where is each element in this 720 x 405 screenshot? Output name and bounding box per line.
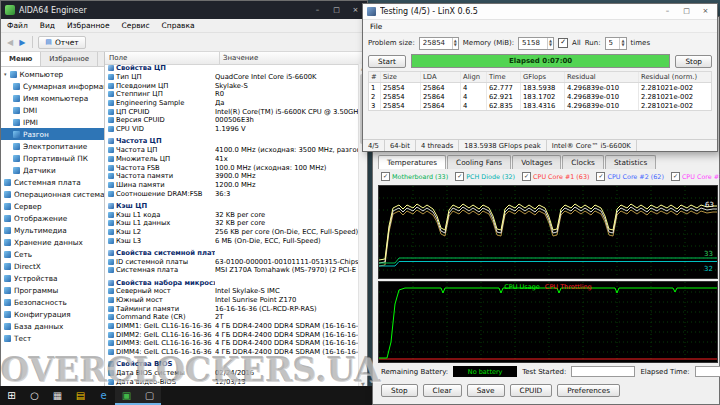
sidebar-item[interactable]: Тест xyxy=(1,332,104,344)
sensor-tab[interactable]: Cooling Fans xyxy=(447,155,511,169)
table-row[interactable]: Северный мост Intel Skylake-S IMC xyxy=(105,287,359,296)
sensor-legend-item[interactable]: ✓ PCH Diode (32) xyxy=(455,172,515,181)
result-row[interactable]: 3 25854 25864 4 62.835 183.4316 4.296839… xyxy=(369,101,711,110)
table-row[interactable]: Engineering Sample Да xyxy=(105,99,359,108)
sidebar-item[interactable]: DirectX xyxy=(1,260,104,272)
all-checkbox[interactable]: ✓ xyxy=(558,38,568,48)
sidebar-item[interactable]: Электропитание xyxy=(1,140,104,152)
table-row[interactable]: Кэш L2 256 KB per core (On-Die, ECC, Ful… xyxy=(105,228,359,237)
menu-item[interactable]: File xyxy=(363,22,389,31)
sidebar-item[interactable]: Безопасность xyxy=(1,296,104,308)
table-row[interactable]: Кэш L1 кода 32 KB per core xyxy=(105,210,359,219)
sensor-tab[interactable]: Voltages xyxy=(512,155,561,169)
run-spinner[interactable]: 5 ▲▼ xyxy=(605,37,627,50)
table-row[interactable]: CPU VID 1.1996 V xyxy=(105,125,359,134)
legend-checkbox[interactable]: ✓ xyxy=(522,172,531,181)
aida64-titlebar[interactable]: AIDA64 Engineer – □ × xyxy=(1,1,367,19)
table-row[interactable]: Тайминги памяти 16-16-16-36 (CL-RCD-RP-R… xyxy=(105,304,359,313)
maximize-icon[interactable]: □ xyxy=(329,1,344,19)
sidebar-item[interactable]: Компьютер xyxy=(1,68,104,80)
legend-checkbox[interactable]: ✓ xyxy=(381,172,390,181)
sidebar-item[interactable]: База данных xyxy=(1,320,104,332)
sidebar-item[interactable]: Разгон xyxy=(1,128,104,140)
menu-item[interactable]: Справка xyxy=(156,21,201,30)
spinner-arrows-icon[interactable]: ▲▼ xyxy=(547,38,553,49)
sidebar-item[interactable]: DMI xyxy=(1,104,104,116)
menu-item[interactable]: Избранное xyxy=(61,21,116,30)
stability-button[interactable]: Preferences xyxy=(557,384,620,397)
sidebar-item[interactable]: IPMI xyxy=(1,116,104,128)
table-row[interactable]: Соотношение DRAM:FSB 36:3 xyxy=(105,189,359,198)
table-row[interactable]: DIMM1: GeIL CL16-16-16-36 4 ГБ DDR4-2400… xyxy=(105,322,359,331)
sidebar-item[interactable]: Программы xyxy=(1,284,104,296)
table-row[interactable]: Псевдоним ЦП Skylake-S xyxy=(105,81,359,90)
table-row[interactable]: DIMM3: GeIL CL16-16-16-36 4 ГБ DDR4-2400… xyxy=(105,339,359,348)
table-row[interactable]: Свойства системной платы xyxy=(105,249,359,258)
sensor-legend-item[interactable]: ✓ CPU Core #2 (62) xyxy=(596,172,663,181)
table-row[interactable]: Кэш ЦП xyxy=(105,202,359,211)
legend-checkbox[interactable]: ✓ xyxy=(455,172,464,181)
start-button[interactable]: Start xyxy=(368,55,406,68)
table-row[interactable]: Кэш L3 6 МБ (On-Die, ECC, Full-Speed) xyxy=(105,236,359,245)
maximize-icon[interactable]: □ xyxy=(679,4,694,19)
legend-checkbox[interactable]: ✓ xyxy=(671,172,680,181)
problem-size-spinner[interactable]: 25854 ▲▼ xyxy=(419,37,459,50)
sensor-tab[interactable]: Temperatures xyxy=(378,155,446,169)
sidebar-tab[interactable]: Меню xyxy=(1,52,41,66)
sidebar-item[interactable]: Сервер xyxy=(1,200,104,212)
table-row[interactable]: Частота памяти 3900.0 MHz xyxy=(105,172,359,181)
stability-button[interactable]: CPUID xyxy=(510,384,553,397)
stop-button[interactable]: Stop xyxy=(675,55,712,68)
table-row[interactable]: DIMM2: GeIL CL16-16-16-36 4 ГБ DDR4-2400… xyxy=(105,330,359,339)
sidebar-item[interactable]: Имя компьютера xyxy=(1,92,104,104)
close-icon[interactable]: × xyxy=(348,1,363,19)
forward-arrow-icon[interactable]: ▶ xyxy=(17,38,27,47)
minimize-icon[interactable]: – xyxy=(310,1,325,19)
linx-titlebar[interactable]: Testing (4/5) - LinX 0.6.5 – □ × xyxy=(363,4,717,20)
sidebar-item[interactable]: Датчики xyxy=(1,164,104,176)
table-row[interactable]: Частота ЦП xyxy=(105,137,359,146)
table-row[interactable]: Шина памяти 1200.0 MHz xyxy=(105,181,359,190)
table-row[interactable]: ЦП CPUID Intel(R) Core(TM) i5-6600K CPU … xyxy=(105,107,359,116)
table-row[interactable]: ID системной платы 63-0100-000001-001011… xyxy=(105,257,359,266)
result-row[interactable]: 2 25854 25864 4 62.921 183.1702 4.296839… xyxy=(369,92,711,101)
sensor-tab[interactable]: Statistics xyxy=(605,155,656,169)
table-row[interactable]: Command Rate (CR) 2T xyxy=(105,313,359,322)
menu-item[interactable]: Файл xyxy=(1,21,34,30)
stability-button[interactable]: Clear xyxy=(423,384,462,397)
legend-checkbox[interactable]: ✓ xyxy=(596,172,605,181)
table-row[interactable]: Частота ЦП 4100.0 MHz (исходная: 3500 MH… xyxy=(105,146,359,155)
menu-item[interactable]: Сервис xyxy=(116,21,156,30)
minimize-icon[interactable]: – xyxy=(660,4,675,19)
table-row[interactable]: Степпинг ЦП R0 xyxy=(105,90,359,99)
stability-button[interactable]: Stop xyxy=(381,384,418,397)
sidebar-item[interactable]: Конфигурация xyxy=(1,308,104,320)
table-row[interactable]: Свойства набора микросхем xyxy=(105,278,359,287)
spinner-arrows-icon[interactable]: ▲▼ xyxy=(452,38,458,49)
memory-spinner[interactable]: 5158 ▲▼ xyxy=(518,37,554,50)
sidebar-item[interactable]: Портативный ПК xyxy=(1,152,104,164)
table-row[interactable]: Множитель ЦП 41x xyxy=(105,154,359,163)
sidebar-item[interactable]: Сеть xyxy=(1,248,104,260)
sidebar-tab[interactable]: Избранное xyxy=(41,52,98,66)
table-row[interactable]: Свойства ЦП xyxy=(105,64,359,73)
sensor-tab[interactable]: Clocks xyxy=(562,155,604,169)
close-icon[interactable]: × xyxy=(698,4,713,19)
back-arrow-icon[interactable]: ◀ xyxy=(5,38,15,47)
sensor-legend-item[interactable]: ✓ Motherboard (33) xyxy=(381,172,448,181)
sidebar-item[interactable]: Устройства xyxy=(1,272,104,284)
table-row[interactable]: Южный мост Intel Sunrise Point Z170 xyxy=(105,296,359,305)
table-row[interactable]: Частота FSB 100.0 MHz (исходная: 100 MHz… xyxy=(105,163,359,172)
sidebar-item[interactable]: Хранение данных xyxy=(1,236,104,248)
spinner-arrows-icon[interactable]: ▲▼ xyxy=(619,38,625,49)
sidebar-item[interactable]: Системная плата xyxy=(1,176,104,188)
table-row[interactable]: Кэш L1 данных 32 KB per core xyxy=(105,219,359,228)
stability-button[interactable]: Save xyxy=(467,384,505,397)
table-row[interactable]: Тип ЦП QuadCore Intel Core i5-6600K xyxy=(105,73,359,82)
report-button[interactable]: ▤ Отчет xyxy=(38,36,85,49)
sensor-legend-item[interactable]: ✓ CPU Core #3 (61) xyxy=(671,172,720,181)
table-row[interactable]: Системная плата MSI Z170A Tomahawk (MS-7… xyxy=(105,266,359,275)
sidebar-item[interactable]: Суммарная информация xyxy=(1,80,104,92)
menu-item[interactable]: Вид xyxy=(34,21,61,30)
sensor-legend-item[interactable]: ✓ CPU Core #1 (63) xyxy=(522,172,589,181)
